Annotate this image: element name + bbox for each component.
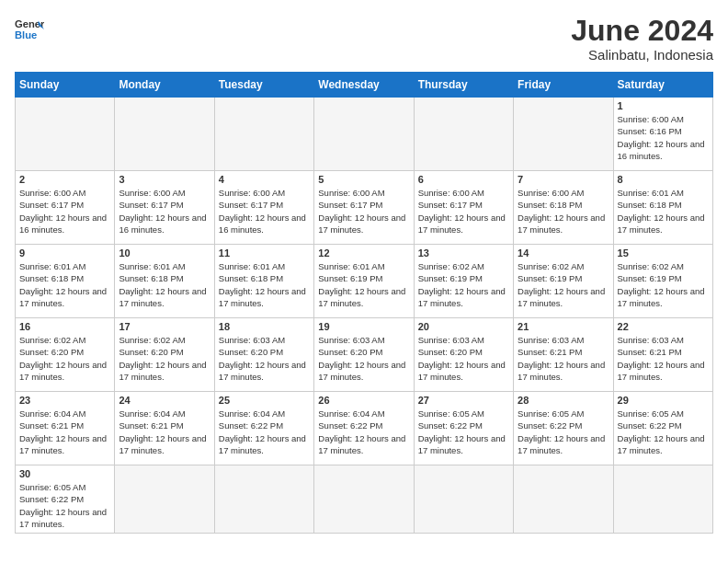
day-number: 18: [219, 321, 310, 332]
day-number: 4: [219, 174, 310, 185]
calendar-cell: [514, 98, 613, 171]
calendar-cell: 3Sunrise: 6:00 AM Sunset: 6:17 PM Daylig…: [115, 171, 214, 245]
day-number: 22: [618, 321, 709, 332]
day-info: Sunrise: 6:01 AM Sunset: 6:18 PM Dayligh…: [119, 260, 210, 309]
day-info: Sunrise: 6:00 AM Sunset: 6:16 PM Dayligh…: [618, 113, 709, 162]
day-number: 9: [19, 247, 110, 259]
weekday-header-wednesday: Wednesday: [314, 73, 414, 98]
day-number: 15: [618, 247, 709, 259]
calendar-cell: [613, 465, 712, 534]
weekday-header-sunday: Sunday: [16, 73, 115, 98]
title-area: June 2024 Salinbatu, Indonesia: [571, 15, 713, 63]
weekday-header-monday: Monday: [115, 73, 214, 98]
day-info: Sunrise: 6:00 AM Sunset: 6:17 PM Dayligh…: [418, 187, 509, 236]
calendar-cell: 12Sunrise: 6:01 AM Sunset: 6:19 PM Dayli…: [314, 245, 414, 318]
header: General Blue June 2024 Salinbatu, Indone…: [15, 15, 713, 63]
calendar-cell: 11Sunrise: 6:01 AM Sunset: 6:18 PM Dayli…: [214, 245, 313, 318]
calendar-cell: 13Sunrise: 6:02 AM Sunset: 6:19 PM Dayli…: [414, 245, 513, 318]
weekday-header-friday: Friday: [514, 73, 613, 98]
week-row-6: 30Sunrise: 6:05 AM Sunset: 6:22 PM Dayli…: [16, 465, 713, 534]
day-info: Sunrise: 6:01 AM Sunset: 6:18 PM Dayligh…: [219, 260, 310, 309]
day-info: Sunrise: 6:00 AM Sunset: 6:17 PM Dayligh…: [318, 187, 409, 236]
calendar-cell: [16, 98, 115, 171]
day-info: Sunrise: 6:02 AM Sunset: 6:19 PM Dayligh…: [418, 260, 509, 309]
day-info: Sunrise: 6:05 AM Sunset: 6:22 PM Dayligh…: [518, 408, 609, 456]
day-number: 14: [518, 247, 609, 259]
calendar-subtitle: Salinbatu, Indonesia: [571, 47, 713, 63]
calendar-cell: 27Sunrise: 6:05 AM Sunset: 6:22 PM Dayli…: [414, 392, 513, 465]
day-info: Sunrise: 6:02 AM Sunset: 6:19 PM Dayligh…: [618, 260, 709, 309]
day-number: 23: [19, 395, 110, 406]
calendar-cell: [214, 98, 313, 171]
calendar-cell: 2Sunrise: 6:00 AM Sunset: 6:17 PM Daylig…: [16, 171, 115, 245]
calendar-cell: 1Sunrise: 6:00 AM Sunset: 6:16 PM Daylig…: [613, 98, 712, 171]
day-number: 11: [219, 247, 310, 259]
day-info: Sunrise: 6:02 AM Sunset: 6:20 PM Dayligh…: [19, 334, 110, 383]
calendar-cell: [314, 465, 414, 534]
weekday-header-saturday: Saturday: [613, 73, 712, 98]
calendar-cell: [314, 98, 414, 171]
weekday-header-tuesday: Tuesday: [214, 73, 313, 98]
week-row-5: 23Sunrise: 6:04 AM Sunset: 6:21 PM Dayli…: [16, 392, 713, 465]
calendar-cell: 18Sunrise: 6:03 AM Sunset: 6:20 PM Dayli…: [214, 318, 313, 392]
day-info: Sunrise: 6:01 AM Sunset: 6:18 PM Dayligh…: [618, 187, 709, 236]
day-number: 29: [618, 395, 709, 406]
calendar-cell: [414, 98, 513, 171]
calendar-cell: 25Sunrise: 6:04 AM Sunset: 6:22 PM Dayli…: [214, 392, 313, 465]
calendar-cell: 4Sunrise: 6:00 AM Sunset: 6:17 PM Daylig…: [214, 171, 313, 245]
calendar-cell: 8Sunrise: 6:01 AM Sunset: 6:18 PM Daylig…: [613, 171, 712, 245]
calendar-cell: 30Sunrise: 6:05 AM Sunset: 6:22 PM Dayli…: [16, 465, 115, 534]
day-info: Sunrise: 6:00 AM Sunset: 6:17 PM Dayligh…: [219, 187, 310, 236]
week-row-3: 9Sunrise: 6:01 AM Sunset: 6:18 PM Daylig…: [16, 245, 713, 318]
day-number: 30: [19, 468, 110, 479]
day-number: 5: [318, 174, 409, 185]
day-number: 27: [418, 395, 509, 406]
day-info: Sunrise: 6:02 AM Sunset: 6:19 PM Dayligh…: [518, 260, 609, 309]
day-info: Sunrise: 6:03 AM Sunset: 6:20 PM Dayligh…: [219, 334, 310, 383]
week-row-1: 1Sunrise: 6:00 AM Sunset: 6:16 PM Daylig…: [16, 98, 713, 171]
calendar-cell: [514, 465, 613, 534]
day-info: Sunrise: 6:03 AM Sunset: 6:21 PM Dayligh…: [618, 334, 709, 383]
calendar-table: SundayMondayTuesdayWednesdayThursdayFrid…: [15, 72, 713, 534]
calendar-cell: 23Sunrise: 6:04 AM Sunset: 6:21 PM Dayli…: [16, 392, 115, 465]
calendar-cell: 24Sunrise: 6:04 AM Sunset: 6:21 PM Dayli…: [115, 392, 214, 465]
day-info: Sunrise: 6:02 AM Sunset: 6:20 PM Dayligh…: [119, 334, 210, 383]
calendar-cell: 26Sunrise: 6:04 AM Sunset: 6:22 PM Dayli…: [314, 392, 414, 465]
day-number: 6: [418, 174, 509, 185]
calendar-title: June 2024: [571, 15, 713, 47]
weekday-header-row: SundayMondayTuesdayWednesdayThursdayFrid…: [16, 73, 713, 98]
day-number: 26: [318, 395, 409, 406]
day-info: Sunrise: 6:03 AM Sunset: 6:20 PM Dayligh…: [418, 334, 509, 383]
day-info: Sunrise: 6:05 AM Sunset: 6:22 PM Dayligh…: [618, 408, 709, 456]
day-number: 16: [19, 321, 110, 332]
calendar-cell: [214, 465, 313, 534]
day-number: 7: [518, 174, 609, 185]
logo: General Blue: [15, 15, 44, 44]
calendar-cell: 16Sunrise: 6:02 AM Sunset: 6:20 PM Dayli…: [16, 318, 115, 392]
day-info: Sunrise: 6:05 AM Sunset: 6:22 PM Dayligh…: [19, 481, 110, 530]
day-info: Sunrise: 6:03 AM Sunset: 6:20 PM Dayligh…: [318, 334, 409, 383]
weekday-header-thursday: Thursday: [414, 73, 513, 98]
week-row-2: 2Sunrise: 6:00 AM Sunset: 6:17 PM Daylig…: [16, 171, 713, 245]
day-info: Sunrise: 6:04 AM Sunset: 6:21 PM Dayligh…: [19, 408, 110, 456]
calendar-cell: 20Sunrise: 6:03 AM Sunset: 6:20 PM Dayli…: [414, 318, 513, 392]
calendar-cell: 22Sunrise: 6:03 AM Sunset: 6:21 PM Dayli…: [613, 318, 712, 392]
calendar-cell: 9Sunrise: 6:01 AM Sunset: 6:18 PM Daylig…: [16, 245, 115, 318]
calendar-cell: [115, 465, 214, 534]
day-info: Sunrise: 6:00 AM Sunset: 6:18 PM Dayligh…: [518, 187, 609, 236]
day-number: 21: [518, 321, 609, 332]
day-number: 10: [119, 247, 210, 259]
day-number: 3: [119, 174, 210, 185]
day-info: Sunrise: 6:05 AM Sunset: 6:22 PM Dayligh…: [418, 408, 509, 456]
day-number: 28: [518, 395, 609, 406]
logo-icon: General Blue: [15, 15, 44, 44]
day-number: 17: [119, 321, 210, 332]
day-number: 1: [618, 100, 709, 111]
calendar-cell: 15Sunrise: 6:02 AM Sunset: 6:19 PM Dayli…: [613, 245, 712, 318]
calendar-cell: [115, 98, 214, 171]
calendar-cell: 6Sunrise: 6:00 AM Sunset: 6:17 PM Daylig…: [414, 171, 513, 245]
calendar-cell: [414, 465, 513, 534]
day-info: Sunrise: 6:04 AM Sunset: 6:22 PM Dayligh…: [219, 408, 310, 456]
day-info: Sunrise: 6:04 AM Sunset: 6:22 PM Dayligh…: [318, 408, 409, 456]
day-number: 25: [219, 395, 310, 406]
